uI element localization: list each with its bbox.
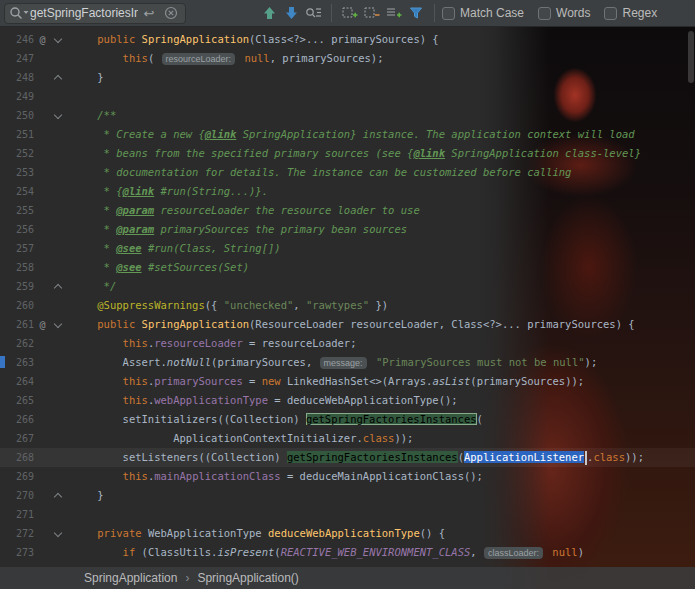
code-line[interactable]: 248 } (0, 68, 695, 87)
code-line[interactable]: 269 this.mainApplicationClass = deduceMa… (0, 467, 695, 486)
fold-start-icon[interactable] (51, 524, 66, 543)
code-line[interactable]: 256 * @param primarySources the primary … (0, 220, 695, 239)
code-text[interactable]: if (ClassUtils.isPresent(REACTIVE_WEB_EN… (66, 543, 695, 562)
line-number[interactable]: 255 (0, 201, 34, 220)
code-line[interactable]: 262 this.resourceLoader = resourceLoader… (0, 334, 695, 353)
line-number[interactable]: 264 (0, 372, 34, 391)
regex-checkbox[interactable] (604, 7, 617, 20)
select-all-occurrences-icon[interactable] (383, 2, 405, 24)
code-text[interactable]: } (66, 68, 695, 87)
scrollbar-thumb[interactable] (688, 31, 694, 83)
line-number[interactable]: 252 (0, 144, 34, 163)
code-text[interactable]: * @see #setSources(Set) (66, 258, 695, 277)
multiline-toggle-icon[interactable]: ↩ (138, 2, 160, 24)
line-number[interactable]: 260 (0, 296, 34, 315)
code-line[interactable]: 270 } (0, 486, 695, 505)
line-number[interactable]: 258 (0, 258, 34, 277)
code-text[interactable] (66, 87, 695, 106)
line-number[interactable]: 266 (0, 410, 34, 429)
regex-option[interactable]: Regex (604, 6, 657, 20)
code-line[interactable]: 265 this.webApplicationType = deduceWebA… (0, 391, 695, 410)
code-text[interactable]: Assert.notNull(primarySources, message: … (66, 353, 695, 372)
code-line[interactable]: 266 setInitializers((Collection) getSpri… (0, 410, 695, 429)
code-text[interactable]: this.resourceLoader = resourceLoader; (66, 334, 695, 353)
code-text[interactable]: * @param resourceLoader the resource loa… (66, 201, 695, 220)
search-input[interactable]: getSpringFactoriesInstances (30, 6, 138, 20)
code-text[interactable] (66, 505, 695, 524)
code-text[interactable]: this( resourceLoader: null, primarySourc… (66, 49, 695, 68)
line-number[interactable]: 265 (0, 391, 34, 410)
words-option[interactable]: Words (538, 6, 590, 20)
line-number[interactable]: 268 (0, 448, 34, 467)
code-line[interactable]: 273 if (ClassUtils.isPresent(REACTIVE_WE… (0, 543, 695, 562)
code-text[interactable]: */ (66, 277, 695, 296)
line-number[interactable]: 263 (0, 353, 34, 372)
line-number[interactable]: 246 (0, 30, 34, 49)
code-line[interactable]: 271 (0, 505, 695, 524)
line-number[interactable]: 251 (0, 125, 34, 144)
previous-occurrence-button[interactable] (258, 2, 280, 24)
code-text[interactable]: * @param primarySources the primary bean… (66, 220, 695, 239)
line-number[interactable]: 254 (0, 182, 34, 201)
code-text[interactable]: setListeners((Collection) getSpringFacto… (66, 448, 695, 467)
code-line[interactable]: 250 /** (0, 106, 695, 125)
line-number[interactable]: 267 (0, 429, 34, 448)
line-number[interactable]: 250 (0, 106, 34, 125)
line-number[interactable]: 269 (0, 467, 34, 486)
annotation-gutter-icon[interactable]: @ (34, 315, 51, 334)
code-line[interactable]: 251 * Create a new {@link SpringApplicat… (0, 125, 695, 144)
line-number[interactable]: 261 (0, 315, 34, 334)
fold-end-icon[interactable] (51, 486, 66, 505)
code-text[interactable]: * beans from the specified primary sourc… (66, 144, 695, 163)
code-text[interactable]: ApplicationContextInitializer.class)); (66, 429, 695, 448)
clear-search-icon[interactable] (160, 2, 182, 24)
code-line[interactable]: 267 ApplicationContextInitializer.class)… (0, 429, 695, 448)
filter-search-results-icon[interactable] (405, 2, 427, 24)
breadcrumb-item-method[interactable]: SpringApplication() (197, 571, 298, 585)
code-line[interactable]: 263 Assert.notNull(primarySources, messa… (0, 353, 695, 372)
fold-start-icon[interactable] (51, 30, 66, 49)
fold-end-icon[interactable] (51, 68, 66, 87)
line-number[interactable]: 262 (0, 334, 34, 353)
code-text[interactable]: this.primarySources = new LinkedHashSet<… (66, 372, 695, 391)
search-icon[interactable] (8, 2, 30, 24)
code-line[interactable]: 255 * @param resourceLoader the resource… (0, 201, 695, 220)
line-number[interactable]: 247 (0, 49, 34, 68)
line-number[interactable]: 271 (0, 505, 34, 524)
code-line[interactable]: 257 * @see #run(Class, String[]) (0, 239, 695, 258)
code-text[interactable]: } (66, 486, 695, 505)
code-text[interactable]: public SpringApplication(ResourceLoader … (66, 315, 695, 334)
code-line[interactable]: 253 * documentation for details. The ins… (0, 163, 695, 182)
code-line[interactable]: 272 private WebApplicationType deduceWeb… (0, 524, 695, 543)
line-number[interactable]: 270 (0, 486, 34, 505)
code-text[interactable]: this.webApplicationType = deduceWebAppli… (66, 391, 695, 410)
code-text[interactable]: * Create a new {@link SpringApplication}… (66, 125, 695, 144)
annotation-gutter-icon[interactable]: @ (34, 30, 51, 49)
code-line[interactable]: 252 * beans from the specified primary s… (0, 144, 695, 163)
code-text[interactable]: * @see #run(Class, String[]) (66, 239, 695, 258)
line-number[interactable]: 248 (0, 68, 34, 87)
search-field[interactable]: getSpringFactoriesInstances ↩ (4, 3, 186, 24)
code-text[interactable]: /** (66, 106, 695, 125)
fold-end-icon[interactable] (51, 277, 66, 296)
breadcrumb-item-class[interactable]: SpringApplication (84, 571, 177, 585)
code-line[interactable]: 261@ public SpringApplication(ResourceLo… (0, 315, 695, 334)
code-line[interactable]: 268 setListeners((Collection) getSpringF… (0, 448, 695, 467)
code-line[interactable]: 247 this( resourceLoader: null, primaryS… (0, 49, 695, 68)
line-number[interactable]: 272 (0, 524, 34, 543)
code-line[interactable]: 264 this.primarySources = new LinkedHash… (0, 372, 695, 391)
code-text[interactable]: * {@link #run(String...)}. (66, 182, 695, 201)
line-number[interactable]: 273 (0, 543, 34, 562)
code-text[interactable]: setInitializers((Collection) getSpringFa… (66, 410, 695, 429)
match-case-option[interactable]: Match Case (442, 6, 524, 20)
code-text[interactable]: * documentation for details. The instanc… (66, 163, 695, 182)
code-text[interactable]: this.mainApplicationClass = deduceMainAp… (66, 467, 695, 486)
words-checkbox[interactable] (538, 7, 551, 20)
fold-start-icon[interactable] (51, 106, 66, 125)
code-line[interactable]: 260 @SuppressWarnings({ "unchecked", "ra… (0, 296, 695, 315)
remove-occurrence-icon[interactable] (361, 2, 383, 24)
code-line[interactable]: 254 * {@link #run(String...)}. (0, 182, 695, 201)
line-number[interactable]: 257 (0, 239, 34, 258)
code-text[interactable]: private WebApplicationType deduceWebAppl… (66, 524, 695, 543)
code-text[interactable]: public SpringApplication(Class<?>... pri… (66, 30, 695, 49)
